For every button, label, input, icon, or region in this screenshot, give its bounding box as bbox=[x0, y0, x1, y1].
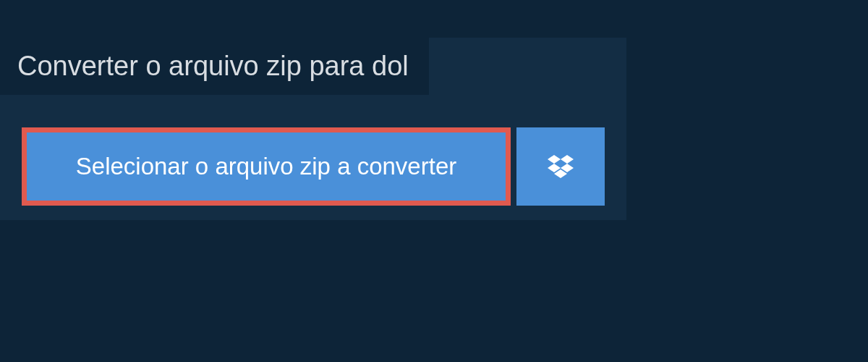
select-file-button[interactable]: Selecionar o arquivo zip a converter bbox=[22, 127, 511, 206]
button-row: Selecionar o arquivo zip a converter bbox=[0, 127, 626, 206]
converter-panel: Converter o arquivo zip para dol Selecio… bbox=[0, 38, 626, 220]
dropbox-button[interactable] bbox=[516, 127, 605, 206]
page-title: Converter o arquivo zip para dol bbox=[17, 51, 409, 81]
title-bar: Converter o arquivo zip para dol bbox=[0, 38, 429, 95]
dropbox-icon bbox=[548, 155, 574, 178]
